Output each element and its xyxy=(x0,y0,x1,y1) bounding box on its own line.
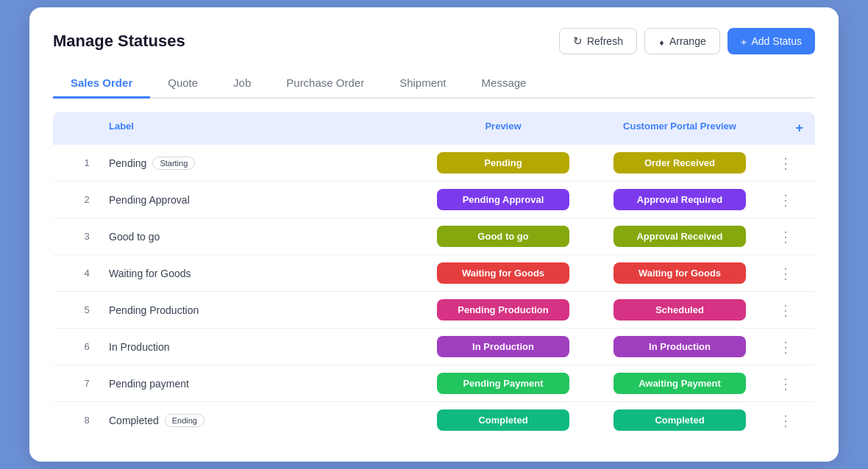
tab-shipment[interactable]: Shipment xyxy=(382,69,463,99)
tab-quote[interactable]: Quote xyxy=(150,69,216,99)
preview-cell: Good to go xyxy=(415,226,591,247)
arrange-icon: ⬧ xyxy=(658,35,665,48)
row-number: 4 xyxy=(65,268,109,279)
table-row: 3 Good to go Good to go Approval Receive… xyxy=(53,218,815,255)
row-label: In Production xyxy=(109,341,415,353)
portal-pill: Order Received xyxy=(613,152,746,173)
more-options-button[interactable]: ⋮ xyxy=(768,301,803,319)
portal-cell: Order Received xyxy=(591,152,768,173)
plus-icon: + xyxy=(741,35,747,48)
table-row: 1 Pending Starting Pending Order Receive… xyxy=(53,145,815,182)
table-header-row: Label Preview Customer Portal Preview + xyxy=(53,112,815,145)
table-row: 6 In Production In Production In Product… xyxy=(53,329,815,365)
portal-pill: Awaiting Payment xyxy=(613,373,746,394)
header-customer-portal: Customer Portal Preview xyxy=(591,121,768,136)
more-options-button[interactable]: ⋮ xyxy=(768,338,803,356)
tabs-nav: Sales Order Quote Job Purchase Order Shi… xyxy=(53,69,815,99)
starting-badge: Starting xyxy=(152,157,195,170)
row-number: 2 xyxy=(65,194,109,205)
preview-pill: Completed xyxy=(437,409,569,431)
preview-pill: Pending Approval xyxy=(437,189,569,210)
preview-pill: In Production xyxy=(437,336,569,357)
portal-cell: In Production xyxy=(591,336,768,357)
row-number: 8 xyxy=(65,415,109,426)
portal-pill: Approval Received xyxy=(613,226,746,247)
add-column-icon[interactable]: + xyxy=(795,121,803,135)
preview-cell: Completed xyxy=(415,409,591,431)
portal-pill: Scheduled xyxy=(613,299,746,321)
portal-cell: Completed xyxy=(591,409,768,431)
arrange-button[interactable]: ⬧ Arrange xyxy=(644,28,720,54)
row-label: Pending Starting xyxy=(109,157,415,170)
tab-purchase-order[interactable]: Purchase Order xyxy=(268,69,382,99)
preview-pill: Pending Payment xyxy=(437,373,569,394)
more-options-button[interactable]: ⋮ xyxy=(768,265,803,282)
row-number: 1 xyxy=(65,157,109,168)
more-options-button[interactable]: ⋮ xyxy=(768,375,803,393)
more-options-button[interactable]: ⋮ xyxy=(768,228,803,246)
portal-pill: Approval Required xyxy=(613,189,746,210)
table-row: 8 Completed Ending Completed Completed ⋮ xyxy=(53,402,815,438)
ending-badge: Ending xyxy=(165,414,204,427)
portal-cell: Awaiting Payment xyxy=(591,373,768,394)
more-options-button[interactable]: ⋮ xyxy=(768,412,803,429)
portal-pill: Completed xyxy=(613,409,746,431)
more-options-button[interactable]: ⋮ xyxy=(768,154,803,172)
row-label: Pending Production xyxy=(109,304,415,316)
preview-cell: Pending Approval xyxy=(415,189,591,210)
preview-cell: Pending Payment xyxy=(415,373,591,394)
preview-cell: Pending xyxy=(415,152,591,173)
header-num xyxy=(65,121,109,136)
more-options-button[interactable]: ⋮ xyxy=(768,191,803,209)
preview-cell: Pending Production xyxy=(415,299,591,321)
portal-pill: In Production xyxy=(613,336,746,357)
preview-pill: Waiting for Goods xyxy=(437,262,569,284)
row-number: 6 xyxy=(65,341,109,352)
tab-job[interactable]: Job xyxy=(216,69,268,99)
statuses-table: Label Preview Customer Portal Preview + … xyxy=(53,112,815,438)
table-row: 2 Pending Approval Pending Approval Appr… xyxy=(53,182,815,218)
preview-cell: Waiting for Goods xyxy=(415,262,591,284)
tab-sales-order[interactable]: Sales Order xyxy=(53,69,150,99)
row-number: 3 xyxy=(65,231,109,242)
portal-pill: Waiting for Goods xyxy=(613,262,746,284)
page-header: Manage Statuses ↻ Refresh ⬧ Arrange + Ad… xyxy=(53,28,815,54)
table-row: 5 Pending Production Pending Production … xyxy=(53,292,815,329)
preview-pill: Pending Production xyxy=(437,299,569,321)
portal-cell: Approval Received xyxy=(591,226,768,247)
row-number: 5 xyxy=(65,304,109,315)
table-row: 7 Pending payment Pending Payment Awaiti… xyxy=(53,365,815,402)
row-label: Completed Ending xyxy=(109,414,415,427)
header-label: Label xyxy=(109,121,415,136)
preview-pill: Good to go xyxy=(437,226,569,247)
preview-pill: Pending xyxy=(437,152,569,173)
header-preview: Preview xyxy=(415,121,591,136)
header-add-col[interactable]: + xyxy=(768,121,803,136)
table-row: 4 Waiting for Goods Waiting for Goods Wa… xyxy=(53,255,815,292)
row-label: Pending Approval xyxy=(109,194,415,206)
row-label: Good to go xyxy=(109,231,415,243)
portal-cell: Approval Required xyxy=(591,189,768,210)
refresh-button[interactable]: ↻ Refresh xyxy=(559,28,637,54)
manage-statuses-card: Manage Statuses ↻ Refresh ⬧ Arrange + Ad… xyxy=(29,7,839,462)
header-actions: ↻ Refresh ⬧ Arrange + Add Status xyxy=(559,28,815,54)
page-title: Manage Statuses xyxy=(53,32,185,51)
row-number: 7 xyxy=(65,378,109,389)
preview-cell: In Production xyxy=(415,336,591,357)
row-label: Pending payment xyxy=(109,378,415,390)
tab-message[interactable]: Message xyxy=(464,69,544,99)
add-status-button[interactable]: + Add Status xyxy=(728,28,815,54)
refresh-icon: ↻ xyxy=(573,35,583,48)
row-label: Waiting for Goods xyxy=(109,268,415,279)
portal-cell: Scheduled xyxy=(591,299,768,321)
portal-cell: Waiting for Goods xyxy=(591,262,768,284)
